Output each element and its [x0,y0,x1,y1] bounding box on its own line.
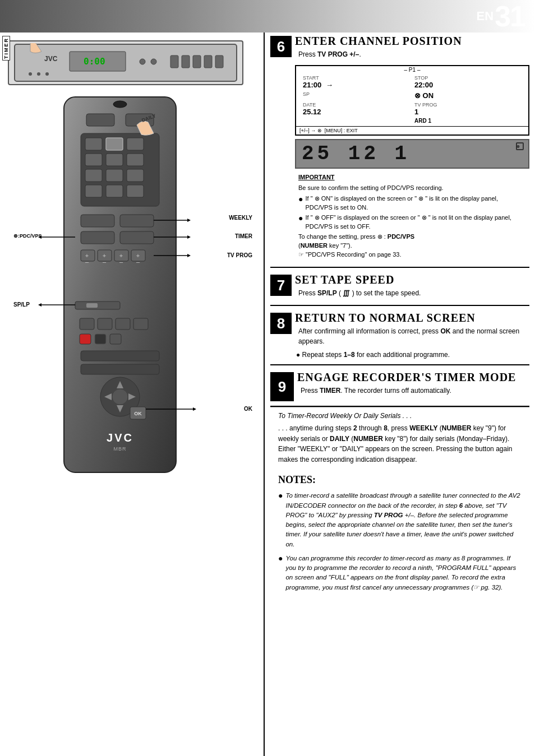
note-bullet-dot-2: ● [278,554,283,592]
svg-rect-8 [193,55,201,68]
svg-point-5 [151,59,156,64]
tvprog-bold: TV PROG +/– [317,50,359,58]
svg-marker-71 [187,219,191,222]
left-column: TIMER JVC 0:00 [0,33,264,756]
svg-marker-75 [187,254,191,257]
timer-weekly-section: To Timer-Record Weekly Or Daily Serials … [270,407,529,468]
svg-rect-22 [85,154,102,166]
svg-rect-56 [95,334,106,344]
svg-rect-9 [204,55,212,68]
remote-container: DAILY + + + + – – – – [8,94,258,483]
svg-rect-30 [127,185,144,197]
svg-rect-55 [80,334,91,344]
change-setting: To change the setting, press ⊗ : PDC/VPS… [298,233,526,259]
sp-value-cell: ⊗ ON [412,91,524,100]
channel-box-body: START 21:00 → STOP 22:00 SP ⊗ ON [296,73,528,126]
step-8-header: 8 RETURN TO NORMAL SCREEN After confirmi… [270,309,529,350]
step-7-section: 7 SET TAPE SPEED Press SP/LP ( ∭ ) to se… [270,268,529,306]
step-8-title: RETURN TO NORMAL SCREEN [295,312,529,324]
svg-text:–: – [85,258,89,265]
bullet-dot-1: ● [298,194,303,212]
step-7-instruction: Press SP/LP ( ∭ ) to set the tape speed. [295,286,421,300]
svg-rect-33 [81,215,114,227]
tvprog-sub: ARD 1 [414,118,431,124]
lcd-display: 25 12 1 ⊗ [295,139,529,169]
svg-rect-27 [127,169,144,182]
svg-rect-25 [85,169,102,182]
channel-position-box: – P1 – START 21:00 → STOP 22:00 SP [295,65,529,136]
svg-rect-24 [127,154,144,166]
step-9-instruction: Press TIMER. The recorder turns off auto… [297,383,516,398]
svg-text:0:00: 0:00 [84,56,105,67]
step-6-instruction: Press TV PROG +/–. [295,47,462,62]
svg-rect-31 [106,138,123,150]
notes-section: NOTES: ● To timer-record a satellite bro… [270,468,529,601]
sp-value: ⊗ ON [414,91,522,100]
timer-label: TIMER [2,36,10,61]
step-7-header: 7 SET TAPE SPEED Press SP/LP ( ∭ ) to se… [270,271,529,302]
svg-rect-7 [182,55,190,68]
timer-weekly-body: . . . anytime during steps 2 through 8, … [278,423,522,465]
svg-rect-54 [133,318,148,330]
notes-title: NOTES: [278,472,522,488]
svg-marker-73 [187,235,191,239]
date-label: DATE [303,102,410,108]
step-9-section: 9 ENGAGE RECORDER'S TIMER MODE Press TIM… [270,365,529,407]
important-text: Be sure to confirm the setting of PDC/VP… [298,184,526,193]
svg-rect-34 [120,215,154,227]
svg-rect-53 [116,318,130,330]
svg-rect-51 [80,318,94,330]
sp-cell: SP [301,91,412,100]
step-9-title: ENGAGE RECORDER'S TIMER MODE [297,371,516,383]
svg-point-13 [45,72,49,76]
vcr-device: TIMER JVC 0:00 [8,40,243,85]
svg-rect-36 [120,231,154,244]
svg-point-12 [37,72,40,76]
weekly-label: WEEKLY [229,215,252,221]
start-label: START [303,75,410,81]
lcd-icon: ⊗ [516,142,524,150]
tvprog-box-value: 1 ARD 1 [414,108,522,124]
bullet-2: ● If " ⊗ OFF" is displayed on the screen… [298,214,526,231]
ok-label: OK [244,406,252,412]
svg-rect-29 [106,185,123,197]
svg-text:OK: OK [134,411,142,416]
bullet-1: ● If " ⊗ ON" is displayed on the screen … [298,194,526,212]
note-1: ● To timer-record a satellite broadcast … [278,491,522,549]
tvprog-label: TV PROG [227,252,252,258]
note-2: ● You can programme this recorder to tim… [278,554,522,592]
date-value: 25.12 [303,108,410,116]
step-9-number: 9 [270,372,294,401]
remote-svg: DAILY + + + + – – – – [8,94,255,481]
stop-cell: STOP 22:00 [412,75,524,90]
timer-label: TIMER [235,233,252,239]
svg-rect-28 [85,185,102,197]
start-cell: START 21:00 → [301,75,412,90]
channel-box-footer: [+/–] → ⊗ [MENU] : EXIT [296,126,528,134]
sp-label: SP [303,91,410,97]
svg-rect-16 [86,114,114,126]
start-value: 21:00 → [303,81,410,89]
svg-point-11 [29,72,32,76]
svg-rect-50 [86,303,98,308]
date-cell: DATE 25.12 [301,101,412,125]
svg-rect-58 [81,351,159,361]
svg-rect-26 [106,169,123,182]
svg-text:MBR: MBR [114,446,127,452]
timer-weekly-intro: To Timer-Record Weekly Or Daily Serials … [278,411,522,421]
en-label: EN [477,9,494,24]
svg-rect-35 [81,231,114,244]
step-8-instruction: After confirming all information is corr… [295,324,529,349]
step-8-number: 8 [270,313,292,334]
svg-marker-77 [38,303,41,307]
svg-rect-21 [127,138,144,150]
svg-rect-6 [170,55,178,68]
vcr-illustration: JVC 0:00 [13,43,238,82]
svg-text:JVC: JVC [107,432,133,444]
step-7-number: 7 [270,275,292,296]
svg-rect-52 [98,318,112,330]
svg-rect-10 [215,55,223,68]
step-6-section: 6 ENTER CHANNEL POSITION Press TV PROG +… [270,33,529,268]
svg-rect-59 [81,364,159,374]
svg-point-65 [112,389,128,405]
